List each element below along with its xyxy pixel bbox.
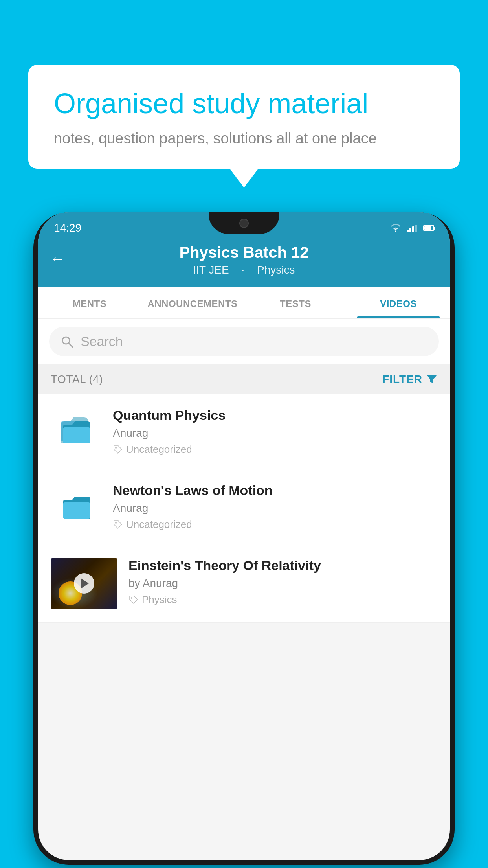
phone-screen: 14:29 bbox=[38, 212, 450, 860]
wifi-icon bbox=[389, 224, 402, 232]
video-author-3: by Anurag bbox=[128, 577, 437, 590]
svg-point-10 bbox=[115, 522, 117, 524]
filter-icon bbox=[426, 374, 437, 385]
tab-ments[interactable]: MENTS bbox=[38, 287, 141, 318]
svg-point-0 bbox=[395, 231, 396, 232]
video-title-2: Newton's Laws of Motion bbox=[113, 483, 437, 498]
filter-bar: TOTAL (4) FILTER bbox=[38, 364, 450, 394]
video-thumbnail-einstein bbox=[51, 558, 117, 609]
subtitle-part1: IIT JEE bbox=[193, 264, 229, 276]
svg-line-2 bbox=[69, 343, 73, 347]
folder-thumb-2 bbox=[51, 483, 102, 522]
speech-bubble-container: Organised study material notes, question… bbox=[28, 65, 460, 169]
tag-icon-2 bbox=[113, 520, 123, 530]
svg-rect-9 bbox=[63, 502, 90, 519]
svg-marker-3 bbox=[427, 375, 437, 383]
tag-label-3: Physics bbox=[142, 594, 177, 606]
tab-announcements[interactable]: ANNOUNCEMENTS bbox=[141, 287, 244, 318]
header-title: Physics Batch 12 bbox=[38, 244, 450, 261]
notch bbox=[209, 212, 279, 234]
svg-point-11 bbox=[131, 597, 132, 599]
folder-thumb-1 bbox=[51, 408, 102, 447]
status-time: 14:29 bbox=[54, 222, 81, 234]
search-box[interactable]: Search bbox=[49, 327, 439, 356]
back-button[interactable]: ← bbox=[50, 250, 66, 268]
video-author-1: Anurag bbox=[113, 427, 437, 440]
folder-icon-2 bbox=[59, 485, 94, 520]
video-tag-2: Uncategorized bbox=[113, 519, 437, 531]
speech-bubble: Organised study material notes, question… bbox=[28, 65, 460, 169]
status-icons bbox=[389, 224, 434, 232]
search-container: Search bbox=[38, 319, 450, 364]
video-author-2: Anurag bbox=[113, 502, 437, 515]
phone-wrapper: 14:29 bbox=[33, 212, 455, 865]
tag-icon bbox=[113, 445, 123, 455]
play-button[interactable] bbox=[74, 573, 94, 594]
phone-frame: 14:29 bbox=[33, 212, 455, 865]
filter-button[interactable]: FILTER bbox=[382, 373, 437, 386]
list-item[interactable]: Einstein's Theory Of Relativity by Anura… bbox=[38, 544, 450, 623]
video-title-3: Einstein's Theory Of Relativity bbox=[128, 558, 437, 573]
tag-label-2: Uncategorized bbox=[126, 519, 192, 531]
video-tag-3: Physics bbox=[128, 594, 437, 606]
tab-videos[interactable]: VIDEOS bbox=[347, 287, 450, 318]
list-item[interactable]: Quantum Physics Anurag Uncategorized bbox=[38, 394, 450, 469]
tab-tests[interactable]: TESTS bbox=[244, 287, 347, 318]
video-title-1: Quantum Physics bbox=[113, 408, 437, 423]
search-placeholder: Search bbox=[81, 334, 123, 349]
camera-dot bbox=[239, 219, 249, 228]
tabs-bar: MENTS ANNOUNCEMENTS TESTS VIDEOS bbox=[38, 287, 450, 319]
total-count: TOTAL (4) bbox=[51, 373, 103, 386]
tag-icon-3 bbox=[128, 595, 139, 605]
battery-icon bbox=[423, 225, 434, 231]
video-tag-1: Uncategorized bbox=[113, 443, 437, 456]
svg-rect-6 bbox=[63, 427, 90, 443]
search-icon bbox=[60, 335, 74, 349]
subtitle-separator: · bbox=[242, 264, 248, 276]
header-subtitle: IIT JEE · Physics bbox=[38, 264, 450, 276]
tag-label-1: Uncategorized bbox=[126, 443, 192, 456]
list-item[interactable]: Newton's Laws of Motion Anurag Uncategor… bbox=[38, 469, 450, 544]
video-info-2: Newton's Laws of Motion Anurag Uncategor… bbox=[113, 483, 437, 531]
video-info-1: Quantum Physics Anurag Uncategorized bbox=[113, 408, 437, 456]
svg-point-7 bbox=[115, 447, 117, 449]
video-info-3: Einstein's Theory Of Relativity by Anura… bbox=[128, 558, 437, 606]
bubble-title: Organised study material bbox=[54, 86, 434, 120]
bubble-subtitle: notes, question papers, solutions all at… bbox=[54, 130, 434, 147]
video-list: Quantum Physics Anurag Uncategorized bbox=[38, 394, 450, 623]
folder-icon bbox=[59, 410, 94, 445]
subtitle-part2: Physics bbox=[257, 264, 295, 276]
signal-icon bbox=[407, 224, 417, 232]
